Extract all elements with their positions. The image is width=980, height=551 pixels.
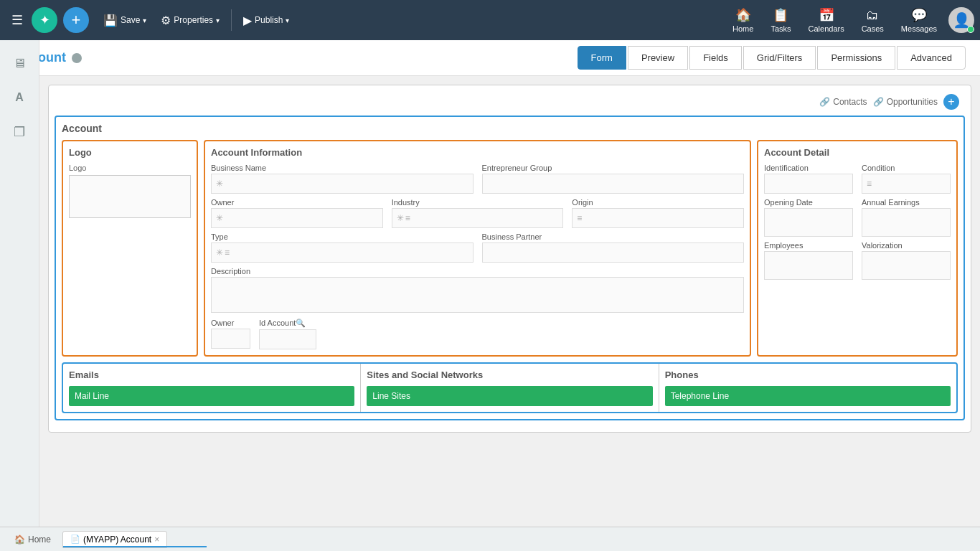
opportunities-button[interactable]: 🔗 Opportunities: [873, 97, 938, 107]
save-action[interactable]: 💾 Save ▾: [98, 11, 152, 30]
messages-nav-label: Messages: [901, 24, 937, 33]
owner2-input[interactable]: [211, 329, 250, 349]
save-arrow: ▾: [143, 17, 146, 24]
hamburger-icon[interactable]: ☰: [6, 6, 29, 34]
type-label: Type: [211, 232, 473, 241]
properties-label: Properties: [174, 15, 213, 25]
page-tabs: Form Preview Fields Grid/Filters Permiss…: [578, 46, 966, 70]
nav-cases[interactable]: 🗂 Cases: [856, 5, 890, 36]
owner2-group: Owner: [211, 319, 250, 349]
description-group: Description: [211, 267, 744, 313]
entrepreneur-input[interactable]: [482, 174, 745, 194]
save-label: Save: [121, 15, 140, 25]
cases-nav-icon: 🗂: [866, 8, 879, 23]
business-partner-group: Business Partner: [482, 232, 745, 263]
business-partner-label: Business Partner: [482, 232, 745, 241]
tab-form[interactable]: Form: [578, 46, 626, 70]
nav-tasks[interactable]: 📋 Tasks: [765, 4, 796, 36]
annual-earnings-input[interactable]: [862, 208, 951, 237]
tab-preview[interactable]: Preview: [628, 46, 688, 70]
condition-list-icon: ≡: [867, 179, 872, 189]
add-button[interactable]: +: [63, 7, 89, 33]
employees-label: Employees: [764, 241, 853, 250]
properties-icon: ⚙: [161, 14, 171, 27]
contacts-icon: 🔗: [819, 97, 830, 107]
entrepreneur-group: Entrepreneur Group: [482, 164, 745, 194]
logo-icon[interactable]: ✦: [32, 7, 57, 33]
layout-body: 🖥 A ❐ 🔗 Contacts 🔗 Opportunities + Accou…: [0, 76, 980, 527]
valorization-input[interactable]: [862, 251, 951, 280]
identification-input[interactable]: [764, 174, 853, 194]
detail-grid: Identification Condition ≡ Opening Date: [764, 164, 951, 280]
business-name-input[interactable]: ✳: [211, 174, 473, 194]
info-panel-title: Account Information: [211, 147, 744, 158]
owner-input[interactable]: ✳: [211, 208, 383, 228]
tab-close-icon[interactable]: ×: [154, 534, 159, 545]
industry-input[interactable]: ✳≡: [392, 208, 564, 228]
toolbar-right: 🏠 Home 📋 Tasks 📅 Calendars 🗂 Cases 💬 Mes…: [727, 4, 974, 36]
detail-panel: Account Detail Identification Condition …: [757, 140, 958, 357]
account-section: Account Logo Logo Account Information Bu…: [55, 116, 965, 420]
tab-underline: [63, 546, 207, 547]
account-section-title: Account: [62, 123, 958, 134]
industry-label: Industry: [392, 198, 564, 207]
detail-panel-title: Account Detail: [764, 147, 951, 158]
type-group: Type ✳≡: [211, 232, 473, 263]
sidebar-text-icon[interactable]: A: [11, 87, 28, 108]
outer-top: 🔗 Contacts 🔗 Opportunities +: [55, 91, 965, 116]
tab-item-icon: 📄: [70, 534, 80, 544]
valorization-group: Valorization: [862, 241, 951, 280]
business-partner-input[interactable]: [482, 242, 745, 263]
tab-fields[interactable]: Fields: [689, 46, 742, 70]
bottom-panels: Emails Mail Line Sites and Social Networ…: [62, 362, 958, 413]
nav-messages[interactable]: 💬 Messages: [895, 4, 943, 36]
identification-label: Identification: [764, 164, 853, 172]
telephone-line[interactable]: Telephone Line: [665, 386, 951, 406]
emails-panel-title: Emails: [69, 369, 354, 380]
tab-item-account[interactable]: 📄 (MYAPP) Account ×: [62, 531, 167, 548]
toolbar-separator: [231, 9, 232, 31]
tab-item-label: (MYAPP) Account: [83, 534, 151, 545]
line-sites[interactable]: Line Sites: [367, 386, 652, 406]
employees-input[interactable]: [764, 251, 853, 280]
phones-panel: Phones Telephone Line: [659, 364, 956, 412]
opening-date-input[interactable]: [764, 208, 853, 237]
home-nav-label: Home: [732, 24, 753, 33]
logo-input[interactable]: [69, 175, 191, 218]
tab-advanced[interactable]: Advanced: [897, 46, 966, 70]
nav-calendars[interactable]: 📅 Calendars: [803, 4, 850, 36]
home-status-button[interactable]: 🏠 Home: [6, 532, 60, 547]
calendars-nav-icon: 📅: [819, 7, 834, 23]
contacts-button[interactable]: 🔗 Contacts: [819, 97, 867, 107]
properties-arrow: ▾: [216, 17, 220, 24]
outer-container: 🔗 Contacts 🔗 Opportunities + Account Log…: [48, 85, 971, 433]
origin-input[interactable]: ≡: [572, 208, 744, 228]
sidebar-cube-icon[interactable]: ❐: [9, 120, 29, 144]
owner-label: Owner: [211, 198, 383, 207]
type-input[interactable]: ✳≡: [211, 242, 473, 263]
condition-input[interactable]: ≡: [862, 174, 951, 194]
sites-panel-title: Sites and Social Networks: [367, 369, 652, 380]
nav-home[interactable]: 🏠 Home: [727, 4, 759, 36]
status-bar: 🏠 Home 📄 (MYAPP) Account ×: [0, 527, 980, 551]
tasks-nav-icon: 📋: [773, 7, 788, 23]
tab-permissions[interactable]: Permissions: [817, 46, 895, 70]
id-account-input[interactable]: [259, 329, 316, 349]
save-icon: 💾: [103, 14, 118, 27]
annual-earnings-label: Annual Earnings: [862, 198, 951, 207]
properties-action[interactable]: ⚙ Properties ▾: [155, 11, 225, 30]
industry-group: Industry ✳≡: [392, 198, 564, 228]
panels-row: Logo Logo Account Information Business N…: [62, 140, 958, 357]
origin-label: Origin: [572, 198, 744, 207]
tab-grid-filters[interactable]: Grid/Filters: [743, 46, 816, 70]
sub-header: Account Form Preview Fields Grid/Filters…: [0, 40, 980, 76]
outer-add-button[interactable]: +: [943, 94, 959, 110]
sidebar-monitor-icon[interactable]: 🖥: [9, 52, 30, 75]
mail-line[interactable]: Mail Line: [69, 386, 354, 406]
publish-action[interactable]: ▶ Publish ▾: [237, 11, 295, 30]
status-indicator: [72, 53, 82, 63]
description-input[interactable]: [211, 277, 744, 313]
opportunities-icon: 🔗: [873, 97, 884, 107]
messages-nav-icon: 💬: [911, 7, 927, 23]
phones-panel-title: Phones: [665, 369, 951, 380]
